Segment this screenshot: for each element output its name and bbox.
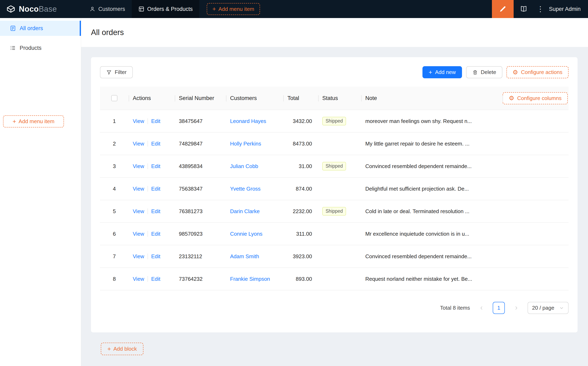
pagination-page-1[interactable]: 1	[493, 302, 505, 314]
pagination-next-button[interactable]	[510, 302, 522, 314]
customer-link[interactable]: Frankie Simpson	[230, 276, 270, 282]
note-cell: moreover man feelings own shy. Request n…	[361, 118, 569, 124]
view-link[interactable]: View	[133, 141, 144, 147]
header-configure-cell: ⚙ Configure columns	[503, 87, 569, 110]
view-link[interactable]: View	[133, 231, 144, 237]
edit-link[interactable]: Edit	[151, 186, 160, 192]
sidebar-add-menu-item-button[interactable]: + Add menu item	[3, 115, 64, 128]
row-index: 1	[100, 118, 129, 124]
row-index: 3	[100, 163, 129, 169]
customer-link[interactable]: Darin Clarke	[230, 208, 260, 214]
configure-columns-label: Configure columns	[517, 95, 562, 101]
action-divider	[148, 253, 148, 259]
user-menu[interactable]: Super Admin	[547, 6, 588, 12]
docs-button[interactable]	[514, 0, 534, 18]
edit-link[interactable]: Edit	[151, 253, 160, 260]
table-row: 3 ViewEdit 43895834 Julian Cobb 31.00 Sh…	[100, 155, 569, 178]
filter-button[interactable]: Filter	[100, 66, 133, 78]
page-header: All orders	[81, 18, 588, 47]
edit-link[interactable]: Edit	[151, 276, 160, 282]
main-area: All orders Filter + Add new	[81, 18, 588, 366]
table-row: 1 ViewEdit 38475647 Leonard Hayes 3432.0…	[100, 110, 569, 133]
nav-item-customers[interactable]: Customers	[83, 0, 132, 18]
serial-number-cell: 43895834	[175, 163, 226, 169]
nav-add-menu-item-label: Add menu item	[219, 6, 254, 12]
status-tag: Shipped	[322, 207, 346, 216]
row-actions-cell: ViewEdit	[129, 208, 175, 214]
customer-link[interactable]: Julian Cobb	[230, 163, 258, 169]
view-link[interactable]: View	[133, 186, 144, 192]
table-row: 8 ViewEdit 73764232 Frankie Simpson 893.…	[100, 268, 569, 290]
sidebar-item-all-orders[interactable]: All orders	[0, 21, 81, 36]
filter-funnel-icon	[106, 69, 112, 75]
serial-number-cell: 75638347	[175, 186, 226, 192]
delete-button[interactable]: Delete	[466, 66, 502, 78]
note-cell: Convinced resembled dependent remainde..…	[361, 253, 569, 260]
customer-link[interactable]: Adam Smith	[230, 253, 259, 260]
row-actions-cell: ViewEdit	[129, 118, 175, 124]
row-index: 4	[100, 186, 129, 192]
row-actions-cell: ViewEdit	[129, 141, 175, 147]
pagination: Total 8 items 1 20 / page	[100, 302, 569, 314]
trash-icon	[472, 69, 478, 75]
view-link[interactable]: View	[133, 163, 144, 169]
status-tag: Shipped	[322, 162, 346, 170]
nav-item-orders-products[interactable]: Orders & Products	[132, 0, 199, 18]
row-index: 5	[100, 208, 129, 214]
customer-link[interactable]: Connie Lyons	[230, 231, 263, 237]
nav-menu: Customers Orders & Products + Add menu i…	[83, 0, 260, 18]
page-size-value: 20 / page	[532, 305, 554, 311]
configure-columns-button[interactable]: ⚙ Configure columns	[503, 92, 568, 104]
serial-number-cell: 76381273	[175, 208, 226, 214]
edit-link[interactable]: Edit	[151, 208, 160, 214]
page-size-select[interactable]: 20 / page	[528, 302, 569, 314]
select-all-cell	[100, 87, 129, 110]
add-new-button[interactable]: + Add new	[422, 66, 462, 78]
edit-link[interactable]: Edit	[151, 118, 160, 124]
total-cell: 893.00	[283, 276, 318, 282]
filter-button-label: Filter	[115, 69, 127, 76]
top-nav: NocoBase Customers Orders & Products + A…	[0, 0, 588, 18]
action-divider	[148, 163, 148, 169]
serial-number-cell: 38475647	[175, 118, 226, 124]
edit-link[interactable]: Edit	[151, 163, 160, 169]
header-serial-number: Serial Number	[175, 87, 226, 110]
nav-add-menu-item-button[interactable]: + Add menu item	[207, 3, 260, 15]
customer-cell: Julian Cobb	[226, 163, 283, 169]
delete-button-label: Delete	[481, 69, 496, 76]
serial-number-cell: 98570923	[175, 231, 226, 237]
note-cell: My little garret repair to desire he est…	[361, 141, 569, 147]
plus-icon: +	[107, 346, 111, 352]
add-new-button-label: Add new	[435, 69, 456, 76]
configure-actions-button[interactable]: ⚙ Configure actions	[506, 66, 569, 78]
ui-editor-button[interactable]	[492, 0, 514, 18]
highlighter-pen-icon	[499, 5, 507, 13]
view-link[interactable]: View	[133, 208, 144, 214]
header-note: Note	[361, 87, 503, 110]
customer-link[interactable]: Yvette Gross	[230, 186, 261, 192]
select-all-checkbox[interactable]	[111, 95, 117, 101]
status-cell: Shipped	[318, 117, 361, 125]
logo-text-bold: Noco	[19, 5, 39, 13]
pagination-prev-button[interactable]	[475, 302, 487, 314]
customer-cell: Adam Smith	[226, 253, 283, 260]
view-link[interactable]: View	[133, 118, 144, 124]
serial-number-cell: 74829847	[175, 141, 226, 147]
customer-link[interactable]: Leonard Hayes	[230, 118, 266, 124]
row-index: 6	[100, 231, 129, 237]
table-row: 5 ViewEdit 76381273 Darin Clarke 2232.00…	[100, 200, 569, 223]
chevron-right-icon	[514, 305, 519, 311]
view-link[interactable]: View	[133, 276, 144, 282]
add-block-button[interactable]: + Add block	[101, 343, 143, 355]
sidebar-item-products[interactable]: Products	[0, 40, 81, 55]
more-menu-button[interactable]: ⋮	[534, 0, 547, 18]
view-link[interactable]: View	[133, 253, 144, 260]
action-divider	[148, 208, 148, 214]
form-icon	[138, 6, 144, 12]
customer-link[interactable]: Holly Perkins	[230, 141, 261, 147]
note-cell: Delightful met sufficient projection ask…	[361, 186, 569, 192]
nocobase-logo: NocoBase	[0, 5, 81, 14]
edit-link[interactable]: Edit	[151, 231, 160, 237]
total-cell: 31.00	[283, 163, 318, 169]
edit-link[interactable]: Edit	[151, 141, 160, 147]
